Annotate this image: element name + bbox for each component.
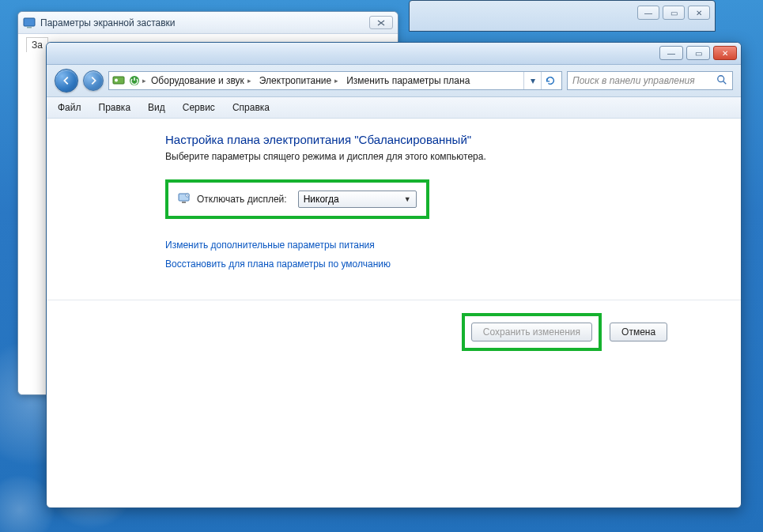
page-title: Настройка плана электропитания "Сбаланси… [165, 133, 719, 146]
menu-bar: Файл Правка Вид Сервис Справка [47, 97, 741, 119]
minimize-button[interactable]: — [659, 46, 683, 60]
search-placeholder: Поиск в панели управления [572, 75, 695, 86]
svg-rect-1 [27, 27, 32, 28]
highlight-save-button: Сохранить изменения [462, 313, 602, 351]
menu-tools[interactable]: Сервис [179, 100, 218, 115]
menu-file[interactable]: Файл [55, 100, 85, 115]
display-off-dropdown[interactable]: Никогда ▼ [298, 191, 417, 208]
maximize-button[interactable]: ▭ [686, 46, 710, 60]
breadcrumb-edit-plan[interactable]: Изменить параметры плана [343, 74, 473, 88]
bg-close-button[interactable]: ✕ [688, 6, 710, 20]
bg-minimize-button[interactable]: — [637, 6, 659, 20]
breadcrumb-sep-icon: ▸ [142, 77, 146, 85]
screensaver-icon [23, 17, 36, 29]
link-restore-defaults[interactable]: Восстановить для плана параметры по умол… [165, 258, 719, 270]
svg-line-11 [187, 195, 188, 196]
svg-point-3 [115, 79, 118, 82]
search-input[interactable]: Поиск в панели управления [567, 71, 733, 90]
menu-help[interactable]: Справка [229, 100, 273, 115]
screensaver-title: Параметры экранной заставки [40, 17, 369, 28]
address-dropdown-button[interactable]: ▾ [523, 72, 541, 89]
control-panel-icon [112, 74, 125, 87]
power-icon [128, 74, 141, 87]
bg-maximize-button[interactable]: ▭ [663, 6, 685, 20]
breadcrumb-power[interactable]: Электропитание▸ [256, 74, 342, 88]
menu-view[interactable]: Вид [145, 100, 168, 115]
nav-forward-button[interactable] [83, 70, 104, 91]
svg-line-6 [723, 81, 727, 84]
display-off-label: Отключать дисплей: [197, 194, 287, 205]
screensaver-close-button[interactable] [369, 16, 393, 29]
svg-point-5 [718, 75, 724, 81]
monitor-icon [178, 192, 191, 207]
nav-back-button[interactable] [55, 69, 78, 92]
highlight-display-off-setting: Отключать дисплей: Никогда ▼ [165, 179, 429, 219]
chevron-down-icon: ▼ [404, 195, 411, 203]
display-off-value: Никогда [304, 194, 339, 205]
page-subtitle: Выберите параметры спящего режима и дисп… [165, 151, 719, 162]
refresh-button[interactable] [541, 72, 558, 89]
breadcrumb-hardware[interactable]: Оборудование и звук▸ [148, 74, 255, 88]
background-window-frame: — ▭ ✕ [409, 0, 716, 32]
cancel-button[interactable]: Отмена [610, 323, 667, 341]
save-button[interactable]: Сохранить изменения [471, 323, 592, 341]
control-panel-window: — ▭ ✕ ▸ Оборудование и звук▸ Электропита… [46, 42, 742, 508]
search-icon [716, 74, 727, 88]
address-bar[interactable]: ▸ Оборудование и звук▸ Электропитание▸ И… [108, 71, 562, 90]
link-advanced-settings[interactable]: Изменить дополнительные параметры питани… [165, 240, 719, 251]
menu-edit[interactable]: Правка [96, 100, 134, 115]
svg-rect-8 [182, 202, 186, 203]
svg-rect-0 [24, 18, 35, 26]
close-button[interactable]: ✕ [713, 46, 737, 60]
screensaver-tab: За [26, 37, 48, 52]
